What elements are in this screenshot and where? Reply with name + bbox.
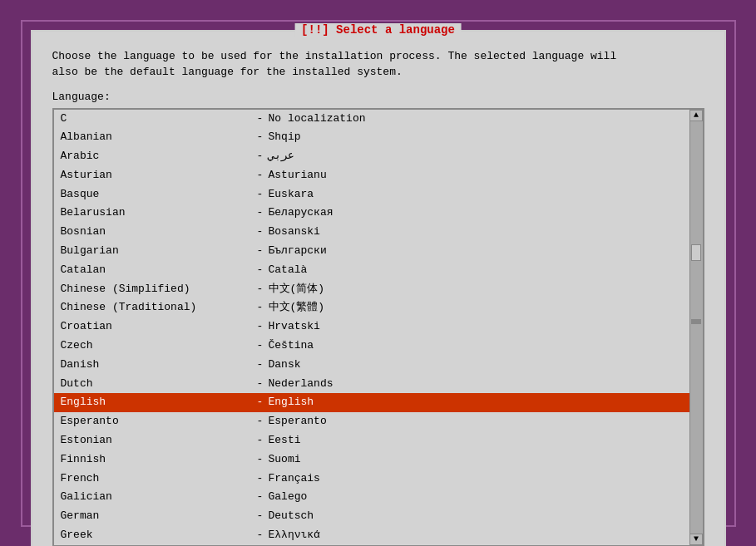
separator: - bbox=[252, 111, 269, 128]
language-list-container: C - No localizationAlbanian - ShqipArabi… bbox=[52, 108, 704, 547]
native-name: Français bbox=[269, 470, 320, 488]
separator: - bbox=[252, 281, 269, 298]
native-name: Nederlands bbox=[269, 376, 334, 393]
list-item[interactable]: Danish - Dansk bbox=[54, 356, 689, 375]
native-name: Čeština bbox=[269, 337, 314, 355]
list-item[interactable]: Greek - Ελληνικά bbox=[54, 526, 689, 545]
lang-name: Dutch bbox=[61, 376, 252, 393]
native-name: Hrvatski bbox=[269, 318, 320, 336]
separator: - bbox=[252, 394, 269, 411]
list-item[interactable]: Galician - Galego bbox=[54, 488, 689, 507]
list-item[interactable]: Esperanto - Esperanto bbox=[54, 412, 689, 431]
native-name: Català bbox=[269, 262, 308, 279]
list-item[interactable]: Dutch - Nederlands bbox=[54, 375, 689, 394]
separator: - bbox=[252, 508, 269, 525]
list-item[interactable]: Croatian - Hrvatski bbox=[54, 317, 689, 337]
separator: - bbox=[252, 129, 269, 146]
list-item[interactable]: Bosnian - Bosanski bbox=[54, 223, 689, 242]
lang-name: Croatian bbox=[61, 318, 252, 336]
separator: - bbox=[252, 262, 269, 279]
native-name: English bbox=[269, 394, 314, 411]
separator: - bbox=[252, 186, 269, 204]
native-name: 中文(繁體) bbox=[269, 299, 325, 317]
lang-name: German bbox=[61, 508, 252, 525]
separator: - bbox=[252, 527, 269, 544]
list-item[interactable]: Bulgarian - Български bbox=[54, 242, 689, 261]
language-label: Language: bbox=[52, 91, 704, 103]
list-item[interactable]: French - Français bbox=[54, 470, 689, 489]
scrollbar[interactable]: ▲ ▼ bbox=[689, 110, 703, 545]
native-name: Bosanski bbox=[269, 224, 320, 241]
lang-name: Belarusian bbox=[61, 204, 252, 222]
native-name: عربي bbox=[269, 148, 294, 165]
scrollbar-mark bbox=[691, 319, 701, 324]
native-name: Беларуская bbox=[269, 204, 334, 222]
list-item[interactable]: Basque - Euskara bbox=[54, 185, 689, 204]
separator: - bbox=[252, 376, 269, 393]
native-name: No localization bbox=[269, 111, 366, 128]
list-item[interactable]: Asturian - Asturianu bbox=[54, 166, 689, 185]
separator: - bbox=[252, 167, 269, 184]
native-name: 中文(简体) bbox=[269, 281, 325, 298]
lang-name: C bbox=[61, 111, 252, 128]
native-name: Esperanto bbox=[269, 413, 327, 430]
lang-name: Arabic bbox=[61, 148, 252, 165]
dialog-title-bar: [!!] Select a language bbox=[294, 23, 462, 37]
lang-name: Danish bbox=[61, 357, 252, 374]
separator: - bbox=[252, 451, 269, 469]
lang-name: Estonian bbox=[61, 432, 252, 450]
list-item[interactable]: Chinese (Traditional) - 中文(繁體) bbox=[54, 298, 689, 317]
language-list[interactable]: C - No localizationAlbanian - ShqipArabi… bbox=[54, 110, 689, 545]
list-item[interactable]: German - Deutsch bbox=[54, 507, 689, 526]
list-item[interactable]: Chinese (Simplified) - 中文(简体) bbox=[54, 280, 689, 299]
lang-name: Galician bbox=[61, 489, 252, 506]
description-text: Choose the language to be used for the i… bbox=[52, 48, 704, 81]
list-item[interactable]: Belarusian - Беларуская bbox=[54, 204, 689, 223]
list-item[interactable]: Catalan - Català bbox=[54, 261, 689, 280]
lang-name: Greek bbox=[61, 527, 252, 544]
native-name: Български bbox=[269, 243, 327, 260]
lang-name: Basque bbox=[61, 186, 252, 204]
native-name: Dansk bbox=[269, 357, 301, 374]
lang-name: Bosnian bbox=[61, 224, 252, 241]
native-name: Eesti bbox=[269, 432, 301, 450]
description-line1: Choose the language to be used for the i… bbox=[52, 50, 617, 62]
native-name: Shqip bbox=[269, 129, 301, 146]
lang-name: French bbox=[61, 470, 252, 488]
lang-name: Bulgarian bbox=[61, 243, 252, 260]
list-item[interactable]: Estonian - Eesti bbox=[54, 431, 689, 450]
lang-name: Albanian bbox=[61, 129, 252, 146]
dialog-content: Choose the language to be used for the i… bbox=[32, 32, 724, 547]
list-item[interactable]: English - English bbox=[54, 393, 689, 412]
scroll-down-arrow[interactable]: ▼ bbox=[689, 534, 703, 545]
list-item[interactable]: Albanian - Shqip bbox=[54, 128, 689, 147]
native-name: Ελληνικά bbox=[269, 527, 320, 544]
outer-border: [!!] Select a language Choose the langua… bbox=[21, 20, 736, 527]
native-name: Deutsch bbox=[269, 508, 314, 525]
separator: - bbox=[252, 204, 269, 222]
separator: - bbox=[252, 148, 269, 165]
list-item[interactable]: Finnish - Suomi bbox=[54, 450, 689, 470]
description-line2: also be the default language for the ins… bbox=[52, 66, 403, 78]
lang-name: Esperanto bbox=[61, 413, 252, 430]
native-name: Galego bbox=[269, 489, 308, 506]
separator: - bbox=[252, 243, 269, 260]
lang-name: Chinese (Traditional) bbox=[61, 299, 252, 317]
scroll-up-arrow[interactable]: ▲ bbox=[689, 110, 703, 121]
separator: - bbox=[252, 299, 269, 317]
native-name: Suomi bbox=[269, 451, 301, 469]
scrollbar-thumb[interactable] bbox=[691, 244, 701, 261]
separator: - bbox=[252, 489, 269, 506]
list-item[interactable]: C - No localization bbox=[54, 110, 689, 129]
dialog-container: [!!] Select a language Choose the langua… bbox=[31, 30, 726, 547]
separator: - bbox=[252, 432, 269, 450]
lang-name: Czech bbox=[61, 337, 252, 355]
list-item[interactable]: Czech - Čeština bbox=[54, 337, 689, 356]
separator: - bbox=[252, 413, 269, 430]
lang-name: English bbox=[61, 394, 252, 411]
separator: - bbox=[252, 224, 269, 241]
native-name: Asturianu bbox=[269, 167, 327, 184]
list-item[interactable]: Arabic - عربي bbox=[54, 147, 689, 166]
separator: - bbox=[252, 357, 269, 374]
lang-name: Asturian bbox=[61, 167, 252, 184]
